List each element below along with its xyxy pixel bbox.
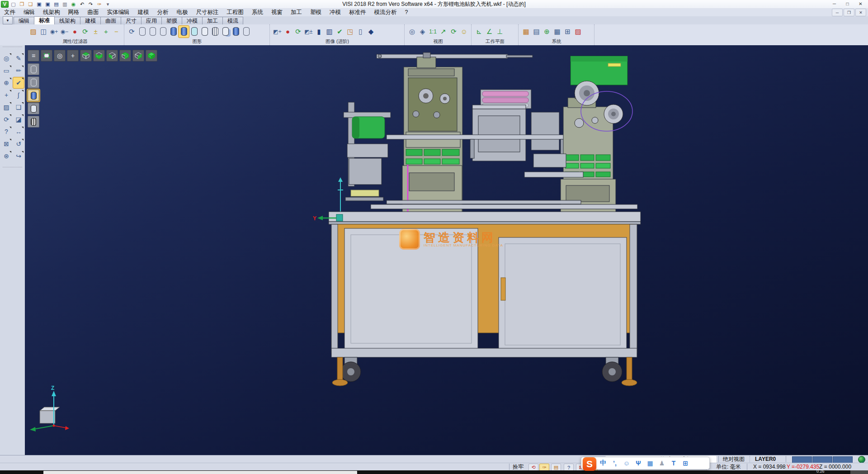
wireframe-mode-icon[interactable] — [28, 63, 39, 75]
redo-icon[interactable]: ↷ — [87, 1, 94, 8]
frame-select-icon[interactable]: ▭ — [1, 65, 12, 76]
menu-flow-analysis[interactable]: 模流分析 — [370, 9, 401, 16]
view-cube-top-icon[interactable] — [80, 50, 92, 62]
ime-keyboard-icon[interactable]: ▦ — [644, 458, 656, 468]
ghost-mode-icon[interactable] — [28, 103, 39, 114]
fit-view-icon[interactable] — [41, 50, 52, 62]
menu-window[interactable]: 视窗 — [267, 9, 287, 16]
tab-application[interactable]: 应用 — [141, 17, 162, 24]
view-cube-front-icon[interactable] — [119, 50, 131, 62]
solids-toggle-icon[interactable]: ◩± — [303, 26, 314, 38]
cylinder-tools-icon[interactable] — [241, 26, 251, 38]
absolute-view-label[interactable]: 绝对视图 — [723, 456, 745, 463]
viewport-window-icon[interactable]: ❏ — [13, 102, 24, 113]
toggle-visibility-icon[interactable]: ± — [90, 26, 101, 38]
globe-icon[interactable] — [858, 456, 865, 463]
undo-arrow-icon[interactable]: ↺ — [13, 138, 24, 149]
add-solid-icon[interactable]: ◩+ — [272, 26, 283, 38]
smiley-view-icon[interactable]: ☺ — [459, 26, 469, 38]
attribute-view-icon[interactable]: ◫ — [38, 26, 49, 38]
snap-settings-icon[interactable]: ⊞ — [562, 26, 573, 38]
shaded-cube-icon[interactable]: ◆ — [366, 26, 376, 38]
hatch-mode-icon[interactable] — [28, 116, 39, 128]
maximize-button[interactable]: □ — [841, 0, 854, 8]
child-minimize-button[interactable]: ─ — [832, 9, 843, 16]
grid-plane-icon[interactable]: ▨ — [573, 26, 583, 38]
hide-entities-icon[interactable]: ◉− — [59, 26, 70, 38]
paint-attributes-icon[interactable]: ▨ — [1, 102, 12, 113]
zoom-dynamic-icon[interactable]: ◎ — [54, 50, 66, 62]
menu-drawing[interactable]: 工程图 — [223, 9, 248, 16]
show-more-icon[interactable]: + — [101, 26, 111, 38]
cylinder-hatch-icon[interactable] — [210, 26, 220, 38]
regen-icon[interactable]: ⟳ — [1, 114, 12, 125]
cylinder-import-icon[interactable] — [231, 26, 241, 38]
tab-stamping[interactable]: 冲模 — [182, 17, 203, 24]
tab-dimension[interactable]: 尺寸 — [121, 17, 142, 24]
tab-surface[interactable]: 曲面 — [100, 17, 121, 24]
cylinder-ghost-icon[interactable]: ▯ — [355, 26, 366, 38]
chart-icon[interactable]: ▤ — [531, 26, 542, 38]
child-close-button[interactable]: ✕ — [855, 9, 866, 16]
menu-analysis[interactable]: 分析 — [153, 9, 173, 16]
color-table-icon[interactable]: ▦ — [521, 26, 531, 38]
workplane-angle-icon[interactable]: ∠ — [484, 26, 495, 38]
delete-icon[interactable]: ⊠ — [1, 138, 12, 149]
measure-icon[interactable]: ↔ — [13, 126, 24, 137]
magnify-icon[interactable]: ◎ — [1, 53, 12, 64]
layer-indicator[interactable]: LAYER0 — [755, 456, 776, 463]
view-cube-right-icon[interactable] — [132, 50, 144, 62]
cylinder-wire2-icon[interactable] — [147, 26, 158, 38]
toolbar-grip[interactable] — [3, 167, 22, 170]
menu-surface[interactable]: 曲面 — [84, 9, 103, 16]
cylinder-cyan-icon[interactable] — [189, 26, 199, 38]
sketch-edit-icon[interactable]: ✏ — [13, 65, 24, 76]
workplane-xyz-icon[interactable]: ⊾ — [474, 26, 484, 38]
menu-standard-parts[interactable]: 标准件 — [345, 9, 370, 16]
ime-person-icon[interactable]: ♟ — [656, 458, 668, 468]
erase-icon[interactable]: ✎ — [13, 53, 24, 64]
system-tools-icon[interactable]: ⊕ — [542, 26, 552, 38]
ime-logo-icon[interactable]: S — [583, 457, 596, 471]
tab-standard[interactable]: 标准 — [34, 16, 55, 24]
solids-refresh-icon[interactable]: ⟳ — [293, 26, 303, 38]
tab-modeling[interactable]: 建模 — [80, 17, 101, 24]
tab-machining[interactable]: 加工 — [202, 17, 223, 24]
menu-electrode[interactable]: 电极 — [173, 9, 192, 16]
cylinder-pale-icon[interactable] — [199, 26, 210, 38]
regen-view-icon[interactable]: ⟳ — [448, 26, 459, 38]
spline-icon[interactable]: ∫ — [13, 90, 24, 100]
viewport-menu-icon[interactable]: ≡ — [28, 50, 39, 62]
view-cube-bottom-icon[interactable] — [93, 50, 105, 62]
preview-icon[interactable]: ◉ — [70, 1, 77, 8]
menu-edit[interactable]: 编辑 — [19, 9, 39, 16]
tab-mold[interactable]: 塑膜 — [161, 17, 182, 24]
menu-wireframe[interactable]: 线架构 — [39, 9, 64, 16]
ucs-triad-icon[interactable]: + — [67, 50, 79, 62]
show-less-icon[interactable]: − — [111, 26, 122, 38]
menu-solid-edit[interactable]: 实体编辑 — [103, 9, 134, 16]
cylinder-solid-icon[interactable]: ▮ — [314, 26, 324, 38]
menu-mold[interactable]: 塑模 — [306, 9, 326, 16]
solid-cube-icon[interactable]: ◪ — [13, 114, 24, 125]
cylinder-check-icon[interactable]: ✔ — [335, 26, 345, 38]
cylinder-blue-selected-icon[interactable] — [179, 26, 189, 38]
menu-system[interactable]: 系统 — [248, 9, 267, 16]
close-button[interactable]: ✕ — [854, 0, 867, 8]
cylinder-wire3-icon[interactable] — [158, 26, 168, 38]
ime-chinese-mode[interactable]: 中 — [597, 458, 609, 468]
menu-file[interactable]: 文件 — [0, 9, 19, 16]
attributes-paint-icon[interactable]: ▨ — [28, 26, 38, 38]
shaded-mode-icon[interactable] — [28, 90, 39, 101]
macro-icon[interactable]: ✑ — [95, 1, 103, 8]
minimize-button[interactable]: ─ — [828, 0, 841, 8]
menu-machining[interactable]: 加工 — [287, 9, 306, 16]
filter-traffic-light-icon[interactable]: ● — [70, 26, 80, 38]
show-entities-icon[interactable]: ◉+ — [49, 26, 59, 38]
qat-more-icon[interactable]: ▾ — [104, 1, 112, 8]
menu-modeling[interactable]: 建模 — [134, 9, 153, 16]
move-view-icon[interactable]: ↗ — [438, 26, 448, 38]
options-table-icon[interactable]: ▦ — [552, 26, 562, 38]
ime-mic-icon[interactable]: Ψ — [632, 458, 644, 468]
3d-viewport[interactable]: Y Z ≡ ◎ + — [25, 45, 868, 455]
